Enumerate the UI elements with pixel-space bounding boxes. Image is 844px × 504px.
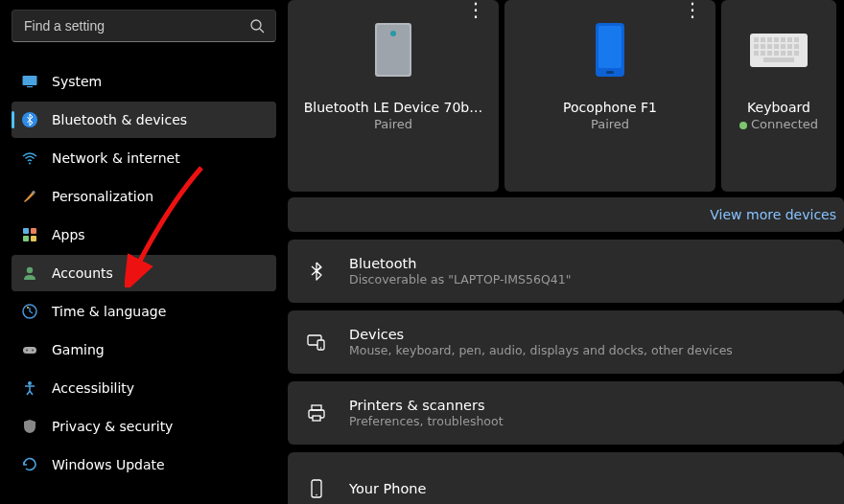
sidebar-item-label: Time & language	[52, 304, 166, 319]
svg-rect-9	[23, 236, 29, 241]
row-your-phone[interactable]: Your Phone	[288, 452, 844, 504]
svg-rect-43	[781, 51, 785, 56]
sidebar-item-label: Windows Update	[52, 457, 165, 472]
svg-rect-22	[598, 26, 621, 68]
svg-rect-42	[774, 51, 779, 56]
svg-point-13	[27, 307, 29, 309]
svg-point-15	[26, 350, 28, 352]
view-more-label: View more devices	[710, 207, 836, 222]
sidebar-item-label: Network & internet	[52, 150, 180, 166]
device-status: Paired	[374, 117, 412, 131]
more-icon[interactable]: ⋮	[683, 0, 702, 19]
sidebar-item-time-language[interactable]: Time & language	[12, 293, 276, 330]
sidebar-item-label: Bluetooth & devices	[52, 112, 187, 127]
svg-rect-36	[781, 44, 785, 49]
row-title: Printers & scanners	[349, 398, 831, 413]
svg-point-17	[28, 381, 32, 385]
svg-rect-39	[754, 51, 759, 56]
sidebar-item-gaming[interactable]: Gaming	[12, 332, 276, 368]
row-title: Bluetooth	[349, 256, 831, 271]
bluetooth-icon	[305, 260, 328, 283]
apps-icon	[21, 226, 38, 243]
svg-rect-40	[761, 51, 765, 56]
printer-icon	[305, 401, 328, 424]
wifi-icon	[21, 149, 38, 167]
device-name: Keyboard	[747, 100, 810, 115]
device-card[interactable]: Keyboard Connected	[721, 0, 836, 192]
svg-rect-41	[767, 51, 772, 56]
device-image	[596, 8, 624, 92]
view-more-devices-link[interactable]: View more devices	[288, 197, 844, 232]
svg-rect-14	[23, 347, 36, 354]
row-title: Devices	[349, 327, 831, 342]
sidebar-item-label: Accounts	[52, 265, 113, 281]
device-card[interactable]: ⋮ Bluetooth LE Device 70b… Paired	[288, 0, 499, 192]
sidebar-item-accessibility[interactable]: Accessibility	[12, 370, 276, 406]
sidebar-item-apps[interactable]: Apps	[12, 217, 276, 253]
row-subtitle: Discoverable as "LAPTOP-IMS56Q41"	[349, 272, 831, 286]
svg-point-0	[251, 20, 261, 30]
svg-rect-45	[794, 51, 799, 56]
sidebar-item-system[interactable]: System	[12, 63, 276, 100]
svg-rect-33	[761, 44, 765, 49]
device-status: Connected	[739, 117, 818, 131]
device-name: Bluetooth LE Device 70b…	[304, 100, 483, 115]
svg-point-5	[29, 163, 31, 165]
row-subtitle: Mouse, keyboard, pen, audio, displays an…	[349, 343, 831, 357]
svg-point-16	[32, 350, 34, 352]
sidebar-item-label: Gaming	[52, 342, 105, 357]
svg-rect-3	[27, 86, 33, 87]
svg-rect-8	[31, 228, 36, 234]
monitor-icon	[21, 73, 38, 90]
svg-rect-51	[312, 405, 321, 410]
sidebar-item-windows-update[interactable]: Windows Update	[12, 447, 276, 483]
svg-rect-31	[794, 37, 799, 42]
svg-rect-30	[787, 37, 792, 42]
svg-rect-52	[313, 416, 320, 421]
row-title: Your Phone	[349, 481, 831, 496]
row-bluetooth[interactable]: Bluetooth Discoverable as "LAPTOP-IMS56Q…	[288, 240, 844, 303]
sidebar-item-accounts[interactable]: Accounts	[12, 255, 276, 291]
sidebar-item-bluetooth-devices[interactable]: Bluetooth & devices	[12, 102, 276, 138]
clock-globe-icon	[21, 303, 38, 320]
update-icon	[21, 456, 38, 473]
search-icon	[249, 18, 265, 34]
sidebar-item-label: Accessibility	[52, 380, 134, 396]
device-name: Pocophone F1	[563, 100, 657, 115]
sidebar-item-label: Personalization	[52, 189, 153, 204]
sidebar-item-label: Apps	[52, 227, 85, 242]
svg-rect-44	[787, 51, 792, 56]
svg-rect-23	[606, 71, 614, 74]
svg-rect-25	[754, 37, 759, 42]
svg-rect-38	[794, 44, 799, 49]
svg-point-20	[390, 31, 396, 36]
gamepad-icon	[21, 341, 38, 358]
sidebar-item-personalization[interactable]: Personalization	[12, 178, 276, 215]
svg-point-11	[27, 267, 33, 273]
device-card[interactable]: ⋮ Pocophone F1 Paired	[504, 0, 715, 192]
more-icon[interactable]: ⋮	[466, 0, 485, 19]
device-status: Paired	[591, 117, 629, 131]
search-input[interactable]	[12, 10, 276, 42]
svg-rect-34	[767, 44, 772, 49]
sidebar-item-network[interactable]: Network & internet	[12, 140, 276, 176]
svg-rect-27	[767, 37, 772, 42]
search-box[interactable]	[12, 10, 276, 42]
svg-rect-28	[774, 37, 779, 42]
person-icon	[21, 264, 38, 282]
svg-rect-7	[23, 228, 29, 234]
row-printers[interactable]: Printers & scanners Preferences, trouble…	[288, 381, 844, 445]
svg-rect-35	[774, 44, 779, 49]
shield-icon	[21, 418, 38, 435]
row-devices[interactable]: Devices Mouse, keyboard, pen, audio, dis…	[288, 310, 844, 374]
svg-rect-32	[754, 44, 759, 49]
svg-point-54	[316, 494, 317, 496]
brush-icon	[21, 188, 38, 205]
sidebar-item-privacy[interactable]: Privacy & security	[12, 408, 276, 445]
svg-rect-46	[763, 57, 794, 62]
svg-rect-29	[781, 37, 785, 42]
accessibility-icon	[21, 379, 38, 397]
sidebar-item-label: Privacy & security	[52, 419, 173, 434]
sidebar-item-label: System	[52, 74, 102, 89]
device-image	[375, 8, 411, 92]
